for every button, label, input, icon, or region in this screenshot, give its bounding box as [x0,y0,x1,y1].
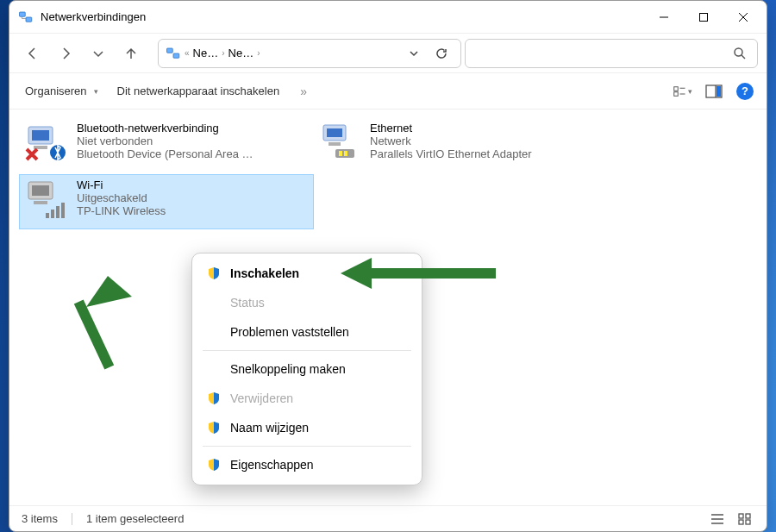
window-title: Netwerkverbindingen [41,10,644,23]
context-menu-properties[interactable]: Eigenschappen [197,450,416,479]
minimize-button[interactable] [644,1,684,34]
svg-rect-9 [717,86,721,97]
status-item-count: 3 items [22,512,58,525]
svg-rect-15 [327,128,342,137]
svg-rect-1 [26,17,32,22]
status-bar: 3 items 1 item geselecteerd [9,505,767,531]
svg-rect-4 [173,53,179,58]
details-view-button[interactable] [708,510,727,529]
annotation-arrow [56,276,142,371]
connection-item-ethernet[interactable]: Ethernet Netwerk Parallels VirtIO Ethern… [313,118,606,172]
network-icon [166,46,181,61]
connection-status: Uitgeschakeld [77,191,166,204]
view-options-button[interactable]: ▾ [673,82,692,101]
context-menu-label: Verwijderen [230,391,293,405]
search-icon [733,47,747,60]
svg-rect-29 [739,520,743,524]
svg-rect-0 [20,12,26,16]
context-menu-diagnose[interactable]: Problemen vaststellen [197,317,416,347]
context-menu-label: Problemen vaststellen [230,325,349,339]
connection-status: Netwerk [370,135,532,147]
breadcrumb-item[interactable]: Ne…› [228,47,260,59]
breadcrumb-item[interactable]: Ne…› [193,47,225,59]
up-button[interactable] [116,39,146,68]
connection-name: Ethernet [370,122,532,135]
organize-label: Organiseren [25,84,87,97]
forward-button[interactable] [51,39,80,68]
svg-rect-27 [739,514,743,518]
breadcrumb-label: Ne… [193,47,219,59]
separator [72,513,72,525]
connection-device: Parallels VirtIO Ethernet Adapter [370,147,532,160]
context-menu-label: Snelkoppeling maken [230,362,346,376]
svg-marker-32 [341,258,372,289]
ethernet-connection-icon [318,122,361,165]
help-button[interactable]: ? [735,82,754,101]
annotation-arrow [341,256,496,291]
chevron-right-icon: › [257,48,260,58]
wifi-connection-icon [25,178,68,222]
connection-name: Bluetooth-netwerkverbinding [77,122,253,135]
shield-icon [206,458,222,472]
svg-point-5 [735,48,742,56]
refresh-button[interactable] [429,41,454,66]
context-menu-label: Inschakelen [230,266,299,280]
context-menu-label: Eigenschappen [230,458,314,472]
svg-rect-7 [674,91,679,96]
enable-device-label: Dit netwerkapparaat inschakelen [117,84,280,97]
connection-name: Wi-Fi [77,178,166,191]
shield-icon [206,391,222,405]
connection-item-wifi[interactable]: Wi-Fi Uitgeschakeld TP-LINK Wireless [20,175,313,228]
help-icon: ? [736,83,754,100]
connection-item-bluetooth[interactable]: Bluetooth-netwerkverbinding Niet verbond… [20,118,313,172]
svg-rect-22 [34,201,47,204]
search-box[interactable] [465,39,758,68]
svg-rect-26 [61,203,65,218]
context-menu-status: Status [197,288,416,317]
svg-rect-2 [700,13,708,21]
breadcrumb-label: Ne… [228,47,254,59]
shield-icon [206,266,222,280]
separator [203,350,411,351]
context-menu-rename[interactable]: Naam wijzigen [197,413,416,442]
breadcrumb-chevron-icon[interactable]: « [185,48,190,58]
titlebar: Netwerkverbindingen [9,1,767,34]
connection-device: TP-LINK Wireless [77,204,166,217]
context-menu-delete: Verwijderen [197,384,416,413]
connection-device: Bluetooth Device (Personal Area … [77,147,253,160]
context-menu-label: Status [230,296,265,310]
overflow-button[interactable]: » [295,84,312,98]
bluetooth-connection-icon [25,122,68,165]
svg-rect-6 [674,86,679,91]
chevron-down-icon: ▾ [688,87,692,96]
organize-menu-button[interactable]: Organiseren▾ [22,78,102,104]
network-connections-icon [18,9,34,25]
status-selected-count: 1 item geselecteerd [86,512,184,525]
svg-rect-21 [32,185,49,196]
context-menu-label: Naam wijzigen [230,421,309,435]
context-menu-shortcut[interactable]: Snelkoppeling maken [197,354,416,384]
svg-rect-19 [344,151,347,156]
svg-rect-30 [746,520,750,524]
chevron-down-icon: ▾ [94,87,98,96]
svg-rect-23 [46,213,49,218]
close-button[interactable] [723,1,763,34]
svg-rect-16 [329,142,341,146]
enable-device-button[interactable]: Dit netwerkapparaat inschakelen [114,78,284,104]
back-button[interactable] [18,39,47,68]
svg-rect-3 [167,48,173,53]
address-dropdown-button[interactable] [402,41,426,66]
preview-pane-button[interactable] [704,82,723,101]
maximize-button[interactable] [684,1,723,34]
shield-icon [206,421,222,435]
navigation-toolbar: « Ne…› Ne…› [9,34,767,73]
svg-rect-25 [56,206,59,218]
recent-locations-button[interactable] [84,39,113,68]
svg-rect-11 [32,130,49,141]
separator [203,446,411,447]
svg-rect-31 [366,268,496,279]
svg-marker-34 [86,276,132,307]
address-bar[interactable]: « Ne…› Ne…› [158,39,461,68]
large-icons-view-button[interactable] [735,510,754,529]
connection-status: Niet verbonden [77,135,253,147]
